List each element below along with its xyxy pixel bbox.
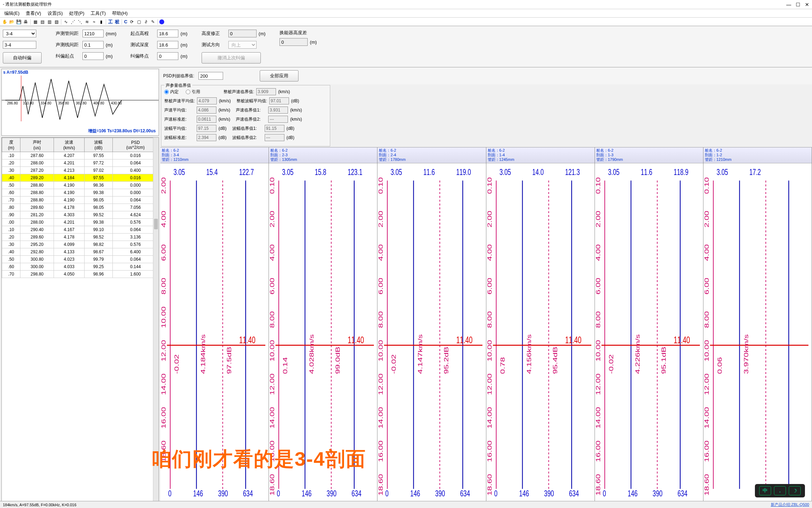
profile-column[interactable]: 桩名：6-2剖面：1-4管距：1245mm 3.0514.0121.3 11.4…: [486, 147, 595, 508]
tool-c[interactable]: C: [123, 19, 128, 24]
table-row[interactable]: .40292.804.13398.676.400: [2, 248, 159, 256]
table-row[interactable]: .00288.004.20199.380.576: [2, 219, 159, 226]
amp-crit2-label: 波幅临界值2:: [232, 135, 263, 141]
svg-text:95.1dB: 95.1dB: [660, 346, 667, 374]
svg-text:4.00: 4.00: [595, 244, 601, 261]
ime-lang[interactable]: 中: [759, 486, 771, 495]
profile-column[interactable]: 桩名：6-2剖面：2-4管距：1780mm 3.0511.6119.0 11.4…: [377, 147, 486, 508]
table-row[interactable]: .80289.604.17898.057.056: [2, 204, 159, 211]
svg-text:0: 0: [168, 489, 171, 498]
apply-all-button[interactable]: 全部应用: [260, 70, 299, 81]
table-row[interactable]: .70298.804.05098.961.600: [2, 271, 159, 278]
grid4-icon[interactable]: ▧: [53, 19, 60, 25]
radio-internal[interactable]: 内定: [164, 89, 179, 95]
table-cell: 0.064: [112, 196, 158, 204]
table-cell: 4.213: [54, 167, 85, 174]
line-spacing-input[interactable]: [82, 41, 104, 49]
menu-tools[interactable]: 工具(T): [88, 10, 109, 17]
box-icon[interactable]: ▢: [136, 19, 142, 25]
table-row[interactable]: .60300.004.03399.250.144: [2, 263, 159, 271]
svg-text:310.80: 310.80: [23, 101, 34, 105]
wave2-icon[interactable]: ⋰: [70, 19, 76, 25]
wave3-icon[interactable]: ⋱: [77, 19, 83, 25]
wave4-icon[interactable]: ≋: [84, 19, 90, 25]
offset-start-input[interactable]: [82, 52, 104, 60]
waveform-panel[interactable]: s A=97.55dB 286.80310.80334.80 358.80382…: [1, 69, 159, 136]
radio-quote[interactable]: 引用: [186, 89, 200, 95]
svg-text:3.05: 3.05: [391, 167, 402, 176]
psd-threshold-input[interactable]: [198, 72, 223, 80]
table-row[interactable]: .70288.804.19098.050.064: [2, 196, 159, 204]
table-cell: 4.207: [54, 152, 85, 159]
table-row[interactable]: .20288.004.20197.720.064: [2, 159, 159, 167]
svg-text:16.00: 16.00: [486, 440, 493, 462]
wave6-icon[interactable]: ▮: [98, 19, 104, 25]
grid2-icon[interactable]: ▤: [39, 19, 45, 25]
grid3-icon[interactable]: ▥: [46, 19, 53, 25]
table-row[interactable]: .90281.204.30399.524.624: [2, 211, 159, 219]
table-cell: 0.400: [112, 167, 158, 174]
maximize-button[interactable]: ☐: [796, 2, 800, 7]
svg-text:4.147km/s: 4.147km/s: [417, 334, 423, 374]
open-icon[interactable]: 📂: [8, 19, 15, 25]
ime-punct[interactable]: ，: [774, 486, 786, 495]
offset-end-input[interactable]: [157, 52, 178, 60]
undo-offset-button[interactable]: 撤消上次纠偏: [202, 52, 261, 64]
save-icon[interactable]: 💾: [16, 19, 22, 25]
auto-offset-button[interactable]: 自动纠偏: [3, 52, 42, 64]
table-row[interactable]: .30287.204.21397.020.400: [2, 167, 159, 174]
pen-icon[interactable]: ✎: [150, 19, 156, 25]
tool-zhuang[interactable]: 桩: [114, 19, 120, 25]
svg-text:0.78: 0.78: [499, 357, 505, 374]
status-link[interactable]: 新产品介绍:ZBL-Q500: [771, 502, 809, 507]
close-button[interactable]: ✕: [805, 2, 809, 7]
refresh-icon[interactable]: ⟳: [129, 19, 135, 25]
profile-body: 3.0514.0121.3 11.40 0.102.004.006.008.00…: [486, 163, 595, 508]
start-elev-input[interactable]: [157, 30, 178, 37]
wave1-icon[interactable]: ∿: [63, 19, 69, 25]
right-column: PSD判据临界值: 全部应用 声参量临界值 内定 引用 整桩声速临界值: (km…: [160, 67, 812, 508]
menu-settings[interactable]: 设置(S): [45, 10, 66, 17]
menu-edit[interactable]: 编辑(E): [1, 10, 22, 17]
table-row[interactable]: .50300.804.02399.790.064: [2, 256, 159, 263]
ime-bar[interactable]: 中 ， ☽: [755, 484, 805, 497]
test-dir-select[interactable]: 向上: [228, 41, 257, 49]
table-row[interactable]: .20289.604.17898.523.136: [2, 234, 159, 241]
profile-column[interactable]: 桩名：6-2剖面：1-2管距：1210mm 3.0517.2 0.102.004…: [703, 147, 812, 508]
table-row[interactable]: .50288.804.19098.360.000: [2, 182, 159, 189]
svg-text:14.00: 14.00: [160, 373, 167, 395]
ime-moon-icon[interactable]: ☽: [789, 486, 801, 495]
svg-text:4.226km/s: 4.226km/s: [634, 334, 640, 374]
profile-text-input[interactable]: [3, 41, 36, 49]
scrollbar-thumb[interactable]: [154, 219, 158, 229]
table-row[interactable]: .10287.604.20797.550.016: [2, 152, 159, 159]
tube-spacing-unit: (mm): [106, 31, 116, 36]
menu-process[interactable]: 处理(P): [66, 10, 87, 17]
minimize-button[interactable]: —: [787, 2, 791, 7]
menu-help[interactable]: 帮助(H): [109, 10, 130, 17]
tool-gong[interactable]: 工: [107, 19, 113, 25]
circle-icon[interactable]: [159, 19, 164, 24]
svg-text:334.80: 334.80: [41, 101, 51, 105]
data-table[interactable]: 度(m)声时(us)波速(km/s)波幅(dB)PSD(us^2/cm) .10…: [2, 138, 159, 278]
table-row[interactable]: .60288.804.19099.380.000: [2, 189, 159, 196]
table-row[interactable]: .30295.204.09998.820.576: [2, 241, 159, 248]
menu-view[interactable]: 查看(V): [23, 10, 44, 17]
tube-spacing-input[interactable]: [82, 30, 104, 37]
profile-select[interactable]: 3-4: [3, 30, 36, 37]
amp-std-input: [197, 134, 216, 141]
test-depth-input[interactable]: [157, 41, 178, 49]
curve-icon[interactable]: ∂: [143, 19, 149, 25]
grid1-icon[interactable]: ▦: [32, 19, 38, 25]
table-row[interactable]: .10290.404.16799.100.064: [2, 226, 159, 234]
hand-icon[interactable]: ✋: [1, 19, 8, 25]
svg-text:18.60: 18.60: [269, 474, 275, 495]
table-cell: 0.576: [112, 219, 158, 226]
profile-column[interactable]: 桩名：6-2剖面：1-3管距：1790mm 3.0511.6118.9 11.4…: [595, 147, 703, 508]
wave5-icon[interactable]: ≈: [91, 19, 97, 25]
table-row[interactable]: .40289.204.18497.550.016: [2, 174, 159, 182]
vel-std-input: [197, 116, 216, 123]
print-icon[interactable]: 🖶: [23, 19, 29, 25]
svg-text:0.10: 0.10: [377, 177, 384, 194]
statusbar: 184km/s, A=97.55dB, F=0.00kHz, K=0.016 新…: [0, 501, 812, 508]
